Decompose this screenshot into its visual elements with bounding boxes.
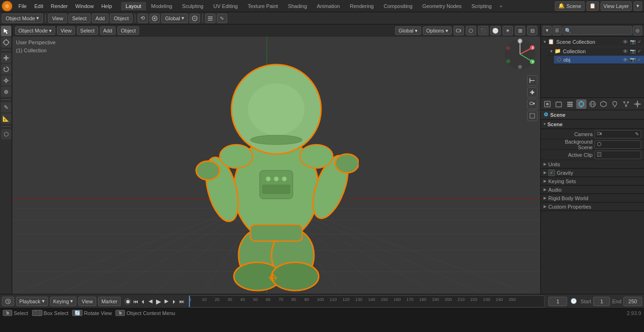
select-menu-btn[interactable]: Select	[68, 14, 91, 23]
outliner-sync-btn[interactable]: ◎	[633, 26, 642, 35]
viewport-shading-wireframe[interactable]: ⬡	[466, 26, 476, 35]
current-frame-input[interactable]: 1	[548, 297, 567, 306]
move-viewport-btn[interactable]	[527, 87, 537, 97]
prop-object-icon[interactable]	[598, 99, 609, 109]
start-frame-input[interactable]: 1	[593, 297, 610, 306]
select-tool[interactable]	[1, 26, 11, 36]
object-menu-btn[interactable]: Object	[110, 14, 132, 23]
outliner-search[interactable]	[562, 26, 632, 35]
viewport-xray-toggle[interactable]: ⊟	[527, 26, 537, 35]
marker-btn[interactable]: Marker	[98, 297, 121, 306]
scene-selector[interactable]: 🔔 Scene	[555, 1, 585, 11]
proportional-edit-toggle[interactable]	[190, 14, 200, 23]
viewport-options-btn[interactable]: Options ▾	[423, 26, 452, 35]
collection-render-icon[interactable]: ✓	[637, 49, 641, 54]
render-visibility-icon[interactable]: ✓	[637, 39, 641, 45]
outliner-collection-row[interactable]: ▾ 📁 Collection 👁 📷 ✓	[547, 47, 644, 56]
record-btn[interactable]: ⏺	[124, 298, 131, 305]
camera-view-btn[interactable]	[527, 99, 537, 109]
viewport-gizmo[interactable]: Z X Y	[504, 38, 537, 71]
scale-tool[interactable]	[1, 75, 11, 86]
prop-physics-icon[interactable]	[632, 99, 643, 109]
viewport-area[interactable]: Object Mode ▾ View Select Add Object Glo…	[12, 24, 540, 294]
zoom-in-btn[interactable]	[527, 75, 537, 86]
menu-edit[interactable]: Edit	[31, 2, 47, 10]
custom-properties-section[interactable]: ▶ Custom Properties	[541, 202, 644, 211]
outliner-obj-row[interactable]: ⬡ obj 👁 📷 ✓	[554, 56, 644, 64]
prop-scene-icon[interactable]	[576, 99, 586, 109]
prop-output-icon[interactable]	[553, 99, 564, 109]
annotate-tool[interactable]: ✎	[1, 102, 11, 113]
render-region-btn[interactable]	[527, 111, 537, 121]
keying-sets-section[interactable]: ▶ Keying Sets	[541, 177, 644, 186]
view-menu-btn[interactable]: View	[48, 14, 67, 23]
viewport-shading-material[interactable]: ⚪	[490, 26, 501, 35]
snap-options[interactable]	[205, 14, 215, 23]
fps-clock-icon[interactable]: 🕐	[569, 297, 578, 306]
camera-edit-icon[interactable]: ✎	[635, 131, 639, 137]
viewport-select-btn[interactable]: Select	[77, 26, 98, 35]
viewport-mode-selector[interactable]: Object Mode ▾	[15, 26, 55, 35]
tab-scripting[interactable]: Scripting	[467, 2, 496, 10]
add-menu-btn[interactable]: Add	[92, 14, 109, 23]
transform-pivot-selector[interactable]: Global ▾	[161, 14, 188, 23]
obj-render-icon[interactable]: ✓	[637, 57, 641, 63]
prop-particles-icon[interactable]	[621, 99, 631, 109]
camera-prop-value[interactable]: ✎	[594, 130, 641, 138]
viewport-shading-solid[interactable]: ⚫	[478, 26, 488, 35]
tab-rendering[interactable]: Rendering	[345, 2, 379, 10]
view-btn[interactable]: View	[78, 297, 96, 306]
viewport-add-btn[interactable]: Add	[100, 26, 116, 35]
object-mode-selector[interactable]: Object Mode ▾	[2, 14, 43, 23]
viewport-camera-btn[interactable]	[454, 26, 464, 35]
tab-texture-paint[interactable]: Texture Paint	[243, 2, 282, 10]
prev-frame-btn[interactable]: ⏴	[140, 298, 146, 305]
cursor-tool[interactable]	[1, 37, 11, 48]
keying-btn[interactable]: Keying ▾	[50, 297, 77, 306]
camera-restrict-icon[interactable]: 📷	[630, 39, 636, 45]
menu-window[interactable]: Window	[72, 2, 97, 10]
outliner-view-btn[interactable]: ☰	[553, 26, 561, 35]
jump-end-btn[interactable]: ⏭	[178, 298, 185, 305]
menu-render[interactable]: Render	[48, 2, 71, 10]
collection-eye-icon[interactable]: 👁	[623, 49, 628, 54]
menu-help[interactable]: Help	[98, 2, 116, 10]
prop-render-icon[interactable]	[542, 99, 553, 109]
tab-sculpting[interactable]: Sculpting	[177, 2, 208, 10]
audio-section[interactable]: ▶ Audio	[541, 186, 644, 194]
end-frame-input[interactable]: 250	[623, 297, 642, 306]
collection-camera-icon[interactable]: 📷	[630, 49, 636, 54]
rigid-body-world-section[interactable]: ▶ Rigid Body World	[541, 194, 644, 202]
move-tool[interactable]	[1, 53, 11, 63]
viewport-shading-rendered[interactable]: ☀	[503, 26, 513, 35]
scene-subsection-header[interactable]: ▾ Scene	[541, 120, 644, 129]
prop-view-layer-icon[interactable]	[565, 99, 575, 109]
rotate-tool[interactable]	[1, 64, 11, 74]
active-clip-value[interactable]	[594, 151, 641, 159]
tab-compositing[interactable]: Compositing	[379, 2, 417, 10]
transform-tool[interactable]: ⊕	[1, 87, 11, 97]
viewport-object-btn[interactable]: Object	[117, 26, 139, 35]
eye-visibility-icon[interactable]: 👁	[623, 39, 628, 45]
add-workspace-button[interactable]: +	[497, 2, 505, 10]
tab-uv-editing[interactable]: UV Editing	[208, 2, 242, 10]
next-keyframe-btn[interactable]: ▶	[163, 298, 170, 305]
tab-layout[interactable]: Layout	[121, 2, 146, 10]
obj-eye-icon[interactable]: 👁	[623, 57, 628, 63]
play-btn[interactable]: ▶	[155, 298, 162, 305]
add-cube-tool[interactable]: ⬡	[1, 129, 11, 139]
scene-section-header[interactable]: ⚙ Scene	[541, 110, 644, 120]
tab-animation[interactable]: Animation	[312, 2, 345, 10]
prop-world-icon[interactable]	[587, 99, 598, 109]
obj-camera-icon[interactable]: 📷	[630, 57, 636, 63]
prop-modifier-icon[interactable]	[610, 99, 620, 109]
new-scene-button[interactable]: 📋	[586, 1, 599, 11]
units-section[interactable]: ▶ Units	[541, 160, 644, 169]
snap-toggle[interactable]	[149, 14, 160, 23]
menu-file[interactable]: File	[15, 2, 30, 10]
measure-tool[interactable]: 📐	[1, 113, 11, 124]
tab-modeling[interactable]: Modeling	[147, 2, 177, 10]
timeline-mode-btn[interactable]	[2, 297, 14, 306]
grease-pencil-toggle[interactable]: ∿	[217, 14, 227, 23]
viewport-view-btn[interactable]: View	[57, 26, 75, 35]
